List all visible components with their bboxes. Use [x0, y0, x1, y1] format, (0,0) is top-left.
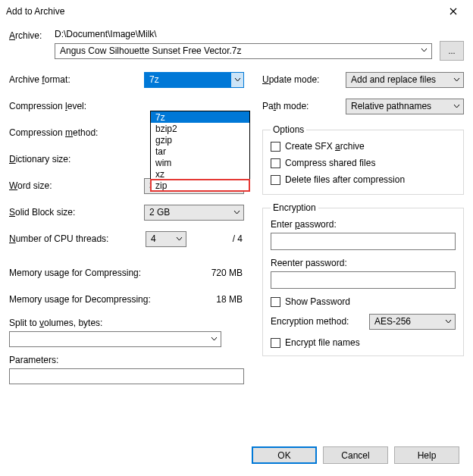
reenter-password-label: Reenter password:	[271, 258, 456, 268]
cpu-threads-total: / 4	[186, 233, 244, 244]
archive-format-label: Archive format:	[9, 74, 144, 85]
parameters-input[interactable]	[9, 368, 244, 384]
chevron-down-icon	[233, 209, 240, 216]
encryption-method-select[interactable]: AES-256	[369, 314, 456, 330]
titlebar: Add to Archive	[0, 0, 473, 23]
encryption-legend: Encryption	[271, 202, 318, 213]
reenter-password-input[interactable]	[271, 271, 456, 289]
format-option-tar[interactable]: tar	[151, 146, 249, 157]
encrypt-names-label: Encrypt file names	[285, 337, 360, 348]
delete-after-label: Delete files after compression	[285, 174, 405, 185]
add-to-archive-dialog: Add to Archive Archive: D:\Document\Imag…	[0, 0, 473, 476]
split-volumes-label: Split to volumes, bytes:	[9, 318, 146, 328]
cpu-threads-label: Number of CPU threads:	[9, 233, 146, 244]
parameters-label: Parameters:	[9, 355, 146, 365]
sfx-label: Create SFX archive	[285, 141, 365, 152]
word-size-label: Word size:	[9, 180, 144, 191]
format-option-zip[interactable]: zip	[151, 180, 249, 191]
solid-block-size-select[interactable]: 2 GB	[144, 205, 244, 221]
solid-block-size-label: Solid Block size:	[9, 207, 144, 218]
format-option-7z[interactable]: 7z	[151, 111, 249, 123]
encryption-group: Encryption Enter password: Reenter passw…	[262, 202, 464, 356]
dictionary-size-label: Dictionary size:	[9, 154, 146, 164]
show-password-checkbox[interactable]	[271, 297, 280, 307]
format-option-bzip2[interactable]: bzip2	[151, 123, 249, 134]
mem-decompress-value: 18 MB	[176, 294, 244, 305]
encrypt-names-checkbox[interactable]	[271, 338, 280, 348]
mem-compress-label: Memory usage for Compressing:	[9, 268, 176, 278]
chevron-down-icon	[445, 318, 452, 325]
split-volumes-combo[interactable]	[9, 331, 221, 347]
chevron-down-icon	[211, 336, 218, 343]
delete-after-checkbox[interactable]	[271, 175, 280, 185]
chevron-down-icon	[453, 77, 460, 83]
update-mode-label: Update mode:	[262, 74, 346, 85]
show-password-label: Show Password	[285, 296, 350, 307]
archive-label: Archive:	[9, 29, 55, 41]
close-icon	[450, 8, 457, 15]
enter-password-input[interactable]	[271, 233, 456, 250]
format-option-gzip[interactable]: gzip	[151, 134, 249, 146]
update-mode-select[interactable]: Add and replace files	[346, 72, 464, 88]
help-button[interactable]: Help	[394, 446, 459, 464]
archive-filename-value: Angus Cow Silhouette Sunset Free Vector.…	[60, 45, 241, 56]
sfx-checkbox[interactable]	[271, 142, 280, 152]
format-option-xz[interactable]: xz	[151, 168, 249, 180]
chevron-down-icon	[230, 73, 243, 87]
options-group: Options Create SFX archive Compress shar…	[262, 124, 464, 195]
shared-label: Compress shared files	[285, 158, 375, 168]
window-title: Add to Archive	[6, 6, 438, 17]
enter-password-label: Enter password:	[271, 219, 456, 230]
shared-checkbox[interactable]	[271, 158, 280, 168]
compression-level-label: Compression level:	[9, 101, 146, 111]
browse-button[interactable]: ...	[440, 41, 464, 61]
cpu-threads-select[interactable]: 4	[146, 231, 186, 247]
chevron-down-icon	[176, 236, 183, 243]
archive-format-dropdown[interactable]: 7z bzip2 gzip tar wim xz zip	[150, 111, 250, 192]
chevron-down-icon	[421, 47, 428, 54]
options-legend: Options	[271, 124, 306, 135]
compression-method-label: Compression method:	[9, 127, 146, 138]
mem-decompress-label: Memory usage for Decompressing:	[9, 294, 176, 305]
ok-button[interactable]: OK	[252, 446, 317, 464]
archive-filename-combo[interactable]: Angus Cow Silhouette Sunset Free Vector.…	[55, 43, 432, 59]
archive-path-display: D:\Document\Image\Milk\	[55, 29, 464, 39]
path-mode-select[interactable]: Relative pathnames	[346, 99, 464, 114]
encryption-method-label: Encryption method:	[271, 316, 369, 327]
cancel-button[interactable]: Cancel	[323, 446, 388, 464]
mem-compress-value: 720 MB	[176, 268, 244, 278]
archive-format-select[interactable]: 7z	[144, 72, 244, 88]
chevron-down-icon	[453, 103, 460, 110]
path-mode-label: Path mode:	[262, 101, 346, 111]
format-option-wim[interactable]: wim	[151, 157, 249, 168]
close-button[interactable]	[438, 1, 468, 22]
